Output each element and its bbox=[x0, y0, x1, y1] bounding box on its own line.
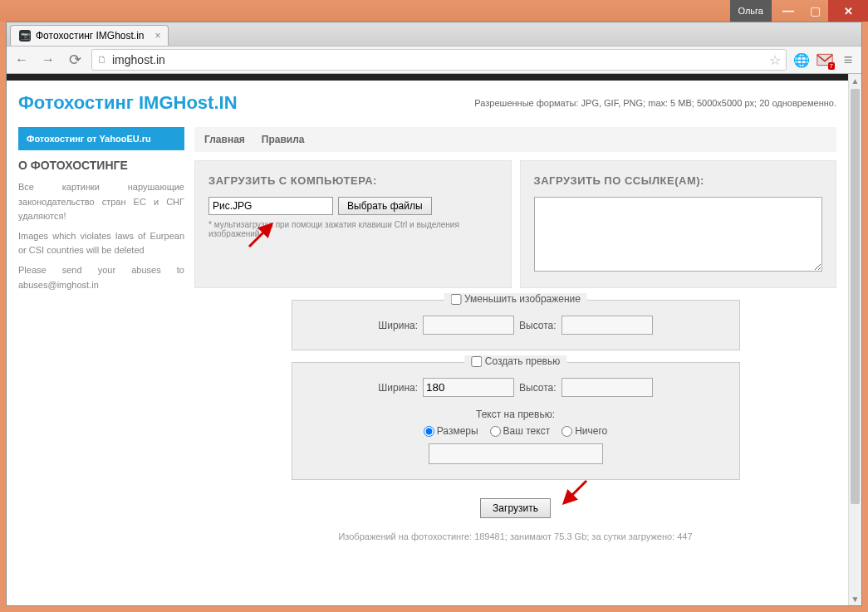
nav-home[interactable]: Главная bbox=[204, 134, 245, 145]
allowed-formats-text: Разрешенные форматы: JPG, GIF, PNG; max:… bbox=[474, 98, 836, 108]
preview-custom-text-input[interactable] bbox=[429, 443, 603, 464]
browser-window: 📷 Фотохостинг IMGhost.in × 🗋 ☆ 🌐 7 ≡ bbox=[6, 22, 862, 606]
choose-files-button[interactable]: Выбрать файлы bbox=[338, 197, 432, 215]
tab-title: Фотохостинг IMGhost.in bbox=[36, 30, 145, 42]
user-badge[interactable]: Ольга bbox=[730, 0, 772, 22]
address-bar: 🗋 ☆ 🌐 7 ≡ bbox=[7, 46, 861, 74]
favicon-icon: 📷 bbox=[19, 30, 31, 42]
resize-width-label: Ширина: bbox=[378, 320, 418, 331]
resize-height-label: Высота: bbox=[519, 320, 557, 331]
main-nav: Главная Правила bbox=[194, 127, 836, 152]
back-button[interactable] bbox=[12, 50, 32, 70]
nav-rules[interactable]: Правила bbox=[262, 134, 305, 145]
vertical-scrollbar[interactable]: ▲ ▼ bbox=[848, 74, 861, 605]
preview-opt-none-label: Ничего bbox=[575, 425, 607, 437]
resize-width-input[interactable] bbox=[423, 316, 514, 335]
file-name-display: Рис.JPG bbox=[208, 197, 333, 215]
scroll-thumb[interactable] bbox=[851, 89, 860, 504]
maximize-button[interactable] bbox=[802, 0, 828, 22]
upload-computer-title: ЗАГРУЗИТЬ С КОМПЬЮТЕРА: bbox=[208, 174, 498, 187]
preview-width-input[interactable] bbox=[423, 378, 514, 397]
about-heading: О ФОТОХОСТИНГЕ bbox=[18, 159, 184, 172]
svg-line-1 bbox=[564, 481, 586, 503]
forward-button[interactable] bbox=[38, 50, 58, 70]
preview-text-label: Текст на превью: bbox=[307, 409, 724, 420]
tab-close-icon[interactable]: × bbox=[155, 30, 161, 42]
main-content: Главная Правила ЗАГРУЗИТЬ С КОМПЬЮТЕРА: … bbox=[194, 127, 836, 546]
preview-width-label: Ширина: bbox=[378, 382, 418, 394]
url-textarea[interactable] bbox=[534, 197, 823, 272]
upload-from-url-box: ЗАГРУЗИТЬ ПО ССЫЛКЕ(АМ): bbox=[520, 160, 837, 288]
about-text-2: Images which violates laws of Eurpean or… bbox=[18, 229, 184, 258]
page-viewport: Фотохостинг IMGHost.IN Разрешенные форма… bbox=[7, 74, 848, 605]
scroll-down-icon[interactable]: ▼ bbox=[849, 592, 861, 605]
about-text-1: Все картинки нарушающие законодательство… bbox=[18, 180, 184, 224]
preview-opt-size-radio[interactable] bbox=[424, 426, 434, 437]
resize-legend: Уменьшить изображение bbox=[464, 293, 581, 305]
window-titlebar: Ольга bbox=[0, 0, 868, 22]
resize-checkbox[interactable] bbox=[450, 294, 461, 305]
close-button[interactable] bbox=[828, 0, 868, 22]
browser-tab[interactable]: 📷 Фотохостинг IMGhost.in × bbox=[10, 25, 169, 46]
multiupload-hint: * мультизагрузка при помощи зажатия клав… bbox=[208, 220, 498, 238]
footer-stats: Изображений на фотохостинге: 189481; зан… bbox=[194, 526, 836, 546]
gmail-extension-icon[interactable]: 7 bbox=[817, 51, 833, 68]
preview-opt-custom-radio[interactable] bbox=[490, 426, 501, 437]
bookmark-star-icon[interactable]: ☆ bbox=[769, 52, 781, 68]
site-title[interactable]: Фотохостинг IMGHost.IN bbox=[18, 92, 238, 114]
preview-legend: Создать превью bbox=[485, 355, 560, 367]
reload-button[interactable] bbox=[65, 50, 85, 70]
upload-from-computer-box: ЗАГРУЗИТЬ С КОМПЬЮТЕРА: Рис.JPG Выбрать … bbox=[194, 160, 512, 288]
gmail-badge: 7 bbox=[828, 62, 835, 70]
annotation-arrow-2 bbox=[557, 477, 591, 510]
preview-opt-size-label: Размеры bbox=[437, 425, 478, 437]
minimize-button[interactable] bbox=[775, 0, 802, 22]
preview-checkbox[interactable] bbox=[471, 356, 482, 367]
preview-opt-none-radio[interactable] bbox=[562, 426, 572, 437]
menu-icon[interactable]: ≡ bbox=[840, 51, 856, 68]
resize-fieldset: Уменьшить изображение Ширина: Высота: bbox=[292, 300, 740, 350]
preview-height-input[interactable] bbox=[562, 378, 653, 397]
top-black-bar bbox=[7, 74, 848, 81]
preview-fieldset: Создать превью Ширина: Высота: Текст на … bbox=[292, 362, 740, 480]
url-box[interactable]: 🗋 ☆ bbox=[91, 49, 787, 71]
scroll-up-icon[interactable]: ▲ bbox=[849, 74, 861, 87]
preview-opt-custom-label: Ваш текст bbox=[503, 425, 551, 437]
preview-height-label: Высота: bbox=[519, 382, 557, 394]
tab-strip: 📷 Фотохостинг IMGhost.in × bbox=[7, 22, 861, 46]
upload-submit-button[interactable]: Загрузить bbox=[480, 498, 551, 518]
resize-height-input[interactable] bbox=[562, 316, 653, 335]
globe-extension-icon[interactable]: 🌐 bbox=[793, 51, 810, 68]
sidebar: Фотохостинг от YahooEU.ru О ФОТОХОСТИНГЕ… bbox=[18, 127, 184, 546]
about-text-3: Please send your abuses to abuses@imghos… bbox=[18, 263, 184, 292]
url-input[interactable] bbox=[112, 53, 764, 66]
page-icon: 🗋 bbox=[97, 54, 107, 66]
sidebar-header: Фотохостинг от YahooEU.ru bbox=[18, 127, 184, 150]
upload-url-title: ЗАГРУЗИТЬ ПО ССЫЛКЕ(АМ): bbox=[534, 174, 823, 187]
